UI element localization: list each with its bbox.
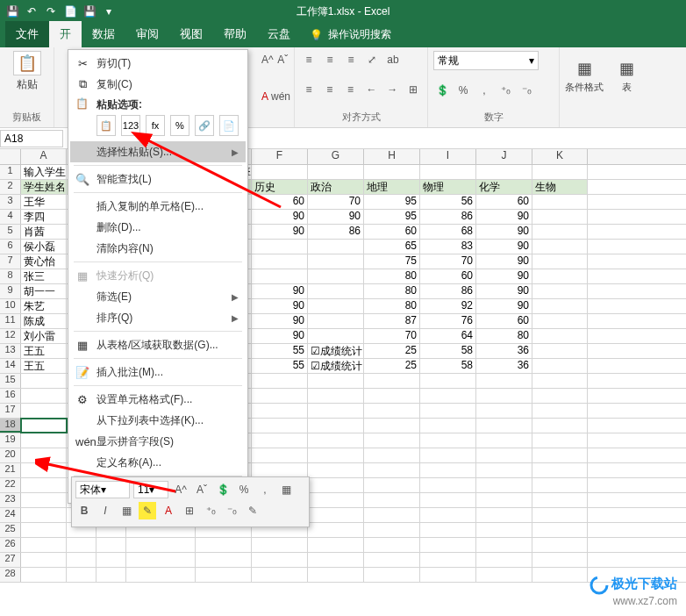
cell[interactable] [196,553,252,567]
cell[interactable] [420,538,476,552]
cell[interactable] [308,523,364,537]
row-header[interactable]: 5 [0,225,21,239]
cell[interactable] [308,463,364,477]
mini-table-icon[interactable]: ▦ [277,481,295,498]
cell[interactable] [67,553,96,567]
column-header-H[interactable]: H [364,149,420,164]
cell[interactable]: 70 [364,329,420,343]
cell[interactable] [364,568,420,582]
cell[interactable]: 化学 [476,180,532,194]
cell[interactable]: 60 [420,269,476,283]
name-box[interactable]: A18 [0,130,63,147]
cell[interactable] [308,299,364,313]
cell[interactable] [364,374,420,388]
mini-border-icon[interactable]: ▦ [118,502,135,519]
cell[interactable] [476,374,532,388]
cell[interactable] [420,463,476,477]
cell[interactable]: 90 [252,284,308,298]
cell[interactable] [96,553,126,567]
mini-currency-icon[interactable]: 💲 [214,481,232,498]
cell[interactable] [308,329,364,343]
cell[interactable]: 83 [420,240,476,254]
cell[interactable] [252,404,308,418]
tab-help[interactable]: 帮助 [213,21,257,47]
cell[interactable]: 80 [364,299,420,313]
mini-dec-dec-icon[interactable]: ⁻₀ [223,502,240,519]
cell[interactable] [420,389,476,403]
cell[interactable] [308,538,364,552]
dec-inc-icon[interactable]: ⁺₀ [497,82,514,99]
row-header[interactable]: 10 [0,299,21,313]
cell[interactable]: 92 [420,299,476,313]
cell[interactable] [308,568,364,582]
cell[interactable] [252,568,308,582]
cell[interactable] [532,448,588,462]
row-header[interactable]: 13 [0,344,21,358]
cell[interactable]: 60 [476,195,532,209]
cell[interactable] [532,254,588,269]
cell[interactable] [532,523,588,537]
cell[interactable] [532,329,588,343]
cell[interactable] [308,433,364,448]
row-header[interactable]: 21 [0,463,21,477]
row-header[interactable]: 12 [0,329,21,343]
cell[interactable] [364,478,420,492]
cell[interactable] [21,523,67,537]
cell[interactable] [476,568,532,582]
row-header[interactable]: 1 [0,165,21,179]
cell[interactable] [364,165,420,179]
cell[interactable] [420,433,476,448]
cell[interactable]: 90 [476,269,532,283]
cell[interactable] [532,404,588,418]
redo-icon[interactable]: ↷ [44,4,58,18]
cell[interactable] [532,359,588,373]
comma-icon[interactable]: , [475,82,493,99]
align-top-icon[interactable]: ≡ [300,51,318,68]
cell[interactable] [532,508,588,522]
align-right-icon[interactable]: ≡ [342,81,360,98]
column-header-K[interactable]: K [532,149,588,164]
cell[interactable]: 90 [252,314,308,328]
cell[interactable]: 56 [420,195,476,209]
cell[interactable] [252,374,308,388]
cell[interactable] [308,374,364,388]
cell[interactable] [364,538,420,552]
tab-file[interactable]: 文件 [5,21,49,47]
cell[interactable] [532,299,588,313]
tab-home[interactable]: 开 [49,21,82,47]
cell[interactable]: 朱艺 [21,299,67,313]
cell[interactable]: 80 [364,284,420,298]
cell[interactable]: 76 [420,314,476,328]
row-header[interactable]: 16 [0,389,21,403]
cell[interactable] [252,389,308,403]
undo-icon[interactable]: ↶ [25,4,39,18]
cell[interactable]: 60 [364,225,420,239]
cell[interactable] [21,538,67,552]
cell[interactable]: 58 [420,344,476,358]
mini-merge-icon[interactable]: ⊞ [181,502,198,519]
cell[interactable] [420,478,476,492]
ctx-copy[interactable]: ⧉复制(C) [70,74,246,95]
ctx-delete[interactable]: 删除(D)... [70,217,246,238]
cell[interactable]: 25 [364,344,420,358]
row-header[interactable]: 28 [0,568,21,582]
cell[interactable] [532,463,588,477]
cell[interactable]: 政治 [308,180,364,194]
mini-comma-icon[interactable]: , [256,481,274,498]
decrease-font-icon[interactable]: Aˇ [277,51,289,68]
row-header[interactable]: 7 [0,254,21,269]
cell[interactable] [420,374,476,388]
cell[interactable]: 86 [308,225,364,239]
cell[interactable]: 黄心怡 [21,254,67,269]
font-color-icon[interactable]: A [261,88,268,105]
cell[interactable] [532,225,588,239]
ctx-insert-comment[interactable]: 📝插入批注(M)... [70,362,246,383]
cell[interactable] [126,538,196,552]
cell[interactable]: 生物 [532,180,588,194]
cell[interactable]: 学生姓名 [21,180,67,194]
increase-font-icon[interactable]: A^ [261,51,274,68]
cell[interactable] [364,404,420,418]
cell[interactable]: 25 [364,359,420,373]
align-mid-icon[interactable]: ≡ [321,51,339,68]
cell[interactable]: 90 [252,225,308,239]
